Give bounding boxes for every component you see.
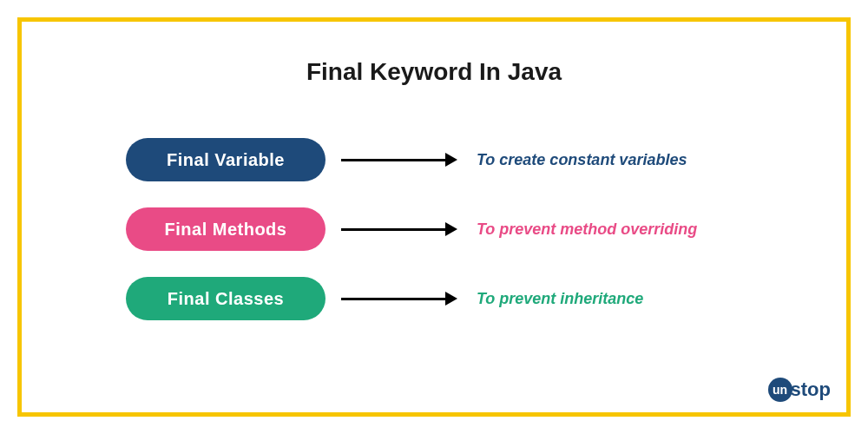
pill-final-methods: Final Methods <box>126 207 326 251</box>
arrow-icon <box>341 292 457 306</box>
diagram-title: Final Keyword In Java <box>22 58 846 86</box>
diagram-frame: Final Keyword In Java Final Variable To … <box>17 17 851 417</box>
pill-final-classes: Final Classes <box>126 277 326 320</box>
arrow-icon <box>341 153 457 167</box>
desc-final-variable: To create constant variables <box>477 151 687 169</box>
row-final-methods: Final Methods To prevent method overridi… <box>126 207 846 251</box>
brand-badge: un <box>768 378 792 402</box>
diagram-rows: Final Variable To create constant variab… <box>126 138 846 320</box>
arrow-icon <box>341 222 457 236</box>
row-final-variable: Final Variable To create constant variab… <box>126 138 846 181</box>
brand-logo: unstop <box>768 378 831 402</box>
row-final-classes: Final Classes To prevent inheritance <box>126 277 846 320</box>
pill-label: Final Methods <box>165 220 287 240</box>
brand-text: stop <box>791 378 831 401</box>
desc-final-methods: To prevent method overriding <box>477 220 697 239</box>
pill-final-variable: Final Variable <box>126 138 326 181</box>
pill-label: Final Classes <box>168 289 284 309</box>
pill-label: Final Variable <box>167 150 285 170</box>
desc-final-classes: To prevent inheritance <box>477 290 643 308</box>
